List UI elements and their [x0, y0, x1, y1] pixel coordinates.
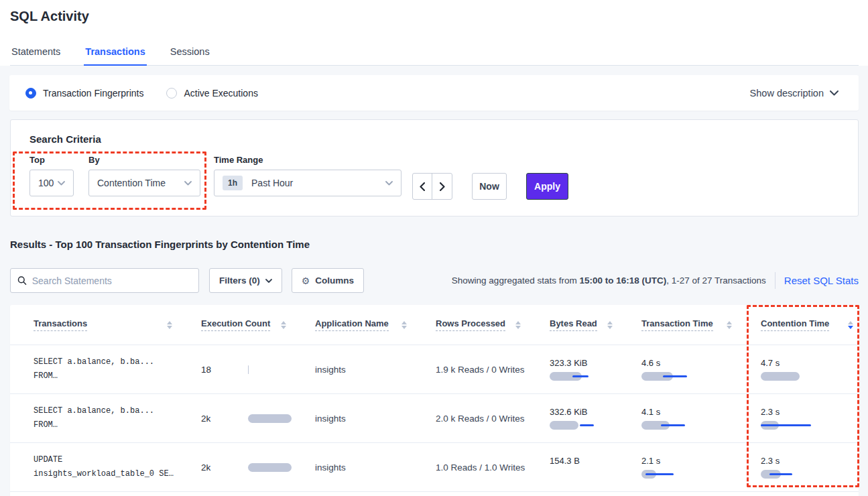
tab-statements[interactable]: Statements — [10, 46, 62, 65]
radio-label: Active Executions — [184, 88, 258, 99]
column-header-transaction-time[interactable]: Transaction Time — [618, 305, 737, 345]
transaction-fingerprint-link[interactable]: UPDATE insights_workload_table_0 SE… — [10, 443, 178, 491]
gear-icon: ⚙ — [302, 275, 310, 286]
execution-count-cell: 2k — [178, 394, 292, 442]
now-button[interactable]: Now — [472, 173, 507, 200]
columns-label: Columns — [315, 275, 354, 286]
time-range-value: Past Hour — [251, 178, 293, 188]
transactions-table: Transactions Execution Count Application… — [10, 305, 859, 496]
column-header-execution-count[interactable]: Execution Count — [178, 305, 292, 345]
search-statements-input[interactable] — [32, 275, 192, 286]
tab-transactions[interactable]: Transactions — [84, 46, 146, 66]
by-label: By — [88, 155, 200, 165]
time-range-prev-button[interactable] — [413, 174, 432, 199]
contention-time-cell: 2.3 s — [737, 394, 859, 442]
search-criteria-heading: Search Criteria — [29, 133, 101, 145]
top-select-value: 100 — [38, 178, 54, 188]
search-icon — [17, 275, 27, 286]
aggregated-stats-text: Showing aggregated stats from 15:00 to 1… — [452, 275, 766, 286]
tab-sessions[interactable]: Sessions — [169, 46, 211, 65]
bytes-read-cell: 323.3 KiB — [526, 345, 618, 393]
execution-count-cell: 2k — [178, 443, 292, 491]
sort-icon[interactable] — [515, 321, 521, 329]
page-title: SQL Activity — [10, 9, 89, 24]
by-select[interactable]: Contention Time — [88, 170, 200, 196]
columns-button[interactable]: ⚙ Columns — [292, 268, 364, 293]
sort-icon[interactable] — [281, 321, 286, 329]
transaction-fingerprint-link[interactable]: SELECT a.balance, b.ba... FROM… — [10, 345, 178, 393]
column-header-application-name[interactable]: Application Name — [292, 305, 412, 345]
table-header-row: Transactions Execution Count Application… — [10, 305, 859, 345]
rows-processed-cell: 2.0 k Reads / 0 Writes — [412, 394, 526, 442]
table-row: SELECT a.balance, b.ba... FROM… 18 insig… — [10, 345, 859, 394]
filters-label: Filters (0) — [219, 275, 260, 286]
sort-icon[interactable] — [727, 321, 732, 329]
time-range-select[interactable]: 1h Past Hour — [214, 170, 401, 196]
radio-transaction-fingerprints[interactable]: Transaction Fingerprints — [25, 88, 143, 99]
bytes-read-cell: 154.3 B — [526, 443, 618, 491]
contention-time-cell: 4.7 s — [737, 345, 859, 393]
execution-count-cell: 18 — [178, 345, 292, 393]
chevron-down-icon — [184, 181, 192, 186]
time-range-next-button[interactable] — [432, 174, 452, 199]
chevron-left-icon — [420, 182, 425, 191]
contention-time-cell: 2.3 s — [737, 443, 859, 491]
tab-bar: Statements Transactions Sessions — [10, 46, 859, 66]
by-select-value: Contention Time — [97, 178, 166, 188]
column-header-rows-processed[interactable]: Rows Processed — [412, 305, 526, 345]
show-description-label: Show description — [750, 88, 824, 99]
radio-unselected-icon — [166, 88, 177, 99]
radio-selected-icon — [25, 88, 36, 99]
rows-processed-cell: 1.9 k Reads / 0 Writes — [412, 345, 526, 393]
sort-icon[interactable] — [607, 321, 613, 329]
sort-icon[interactable] — [167, 321, 172, 329]
search-statements-box — [10, 268, 199, 293]
chevron-right-icon — [440, 182, 445, 191]
bytes-read-cell: 332.6 KiB — [526, 394, 618, 442]
apply-button[interactable]: Apply — [526, 173, 568, 200]
column-header-bytes-read[interactable]: Bytes Read — [526, 305, 618, 345]
sort-icon[interactable] — [401, 321, 407, 329]
search-criteria-card: Search Criteria Top 100 By Contention Ti… — [10, 119, 859, 216]
table-row: SELECT a.balance, b.ba... FROM… 2k insig… — [10, 394, 859, 443]
view-mode-card: Transaction Fingerprints Active Executio… — [9, 75, 859, 111]
sort-icon[interactable] — [848, 321, 853, 329]
chevron-down-icon — [58, 181, 65, 186]
radio-active-executions[interactable]: Active Executions — [166, 88, 258, 99]
chevron-down-icon — [385, 181, 393, 186]
column-header-contention-time[interactable]: Contention Time — [737, 305, 859, 345]
transaction-time-cell: 4.6 s — [618, 345, 737, 393]
divider — [775, 272, 776, 289]
table-row: UPDATE insights_workload_table_0 SE… 2k … — [10, 443, 859, 492]
time-range-arrow-group — [412, 173, 452, 200]
application-name-cell: insights — [292, 345, 412, 393]
column-header-transactions[interactable]: Transactions — [10, 305, 178, 345]
show-description-toggle[interactable]: Show description — [750, 88, 839, 99]
radio-label: Transaction Fingerprints — [43, 88, 143, 99]
top-select[interactable]: 100 — [29, 170, 74, 196]
application-name-cell: insights — [292, 443, 412, 491]
transaction-fingerprint-link[interactable]: SELECT a.balance, b.ba... FROM… — [10, 394, 178, 442]
page-header: SQL Activity Statements Transactions Ses… — [0, 0, 868, 66]
transaction-time-cell: 4.1 s — [618, 394, 737, 442]
rows-processed-cell: 1.0 Reads / 1.0 Writes — [412, 443, 526, 491]
results-toolbar: Filters (0) ⚙ Columns Showing aggregated… — [10, 268, 859, 293]
transaction-time-cell: 2.1 s — [618, 443, 737, 491]
application-name-cell: insights — [292, 394, 412, 442]
results-heading: Results - Top 100 Transaction Fingerprin… — [10, 239, 310, 250]
filters-button[interactable]: Filters (0) — [209, 268, 282, 293]
top-label: Top — [29, 155, 74, 165]
time-range-label: Time Range — [214, 155, 401, 165]
time-range-badge: 1h — [223, 176, 243, 190]
reset-sql-stats-link[interactable]: Reset SQL Stats — [784, 275, 859, 286]
chevron-down-icon — [830, 90, 839, 96]
chevron-down-icon — [265, 279, 272, 283]
